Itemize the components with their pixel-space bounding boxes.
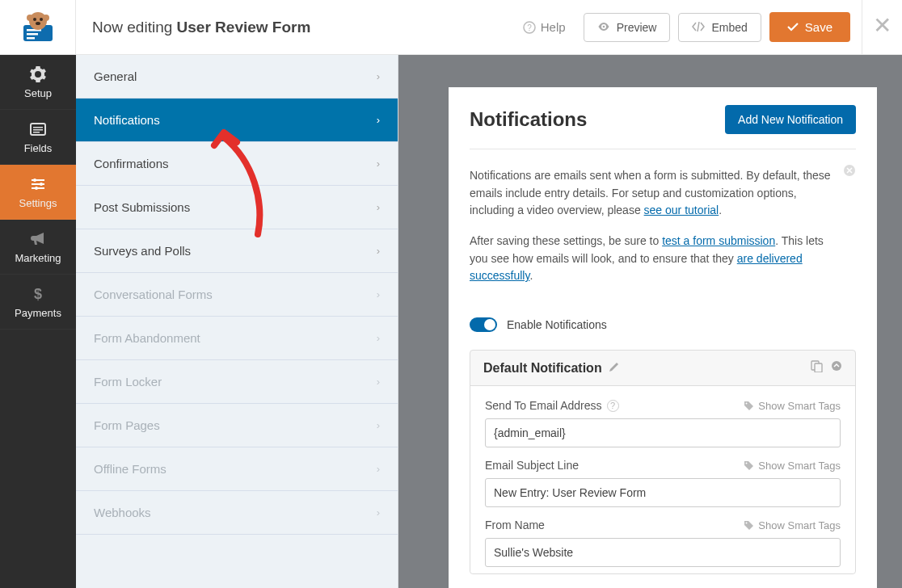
submenu-conversational-forms[interactable]: Conversational Forms › bbox=[76, 273, 398, 317]
enable-notifications-toggle[interactable] bbox=[470, 317, 497, 332]
submenu-label: Surveys and Polls bbox=[94, 244, 191, 258]
test-submission-link[interactable]: test a form submission bbox=[662, 234, 775, 247]
label-text: Email Subject Line bbox=[485, 459, 579, 472]
submenu-offline-forms[interactable]: Offline Forms › bbox=[76, 447, 398, 491]
close-button[interactable]: ✕ bbox=[862, 0, 902, 55]
submenu-form-pages[interactable]: Form Pages › bbox=[76, 404, 398, 447]
submenu-label: Form Abandonment bbox=[94, 331, 200, 345]
svg-point-5 bbox=[33, 18, 36, 21]
chevron-right-icon: › bbox=[377, 419, 380, 431]
card-header: Default Notification bbox=[470, 351, 855, 386]
dismiss-button[interactable] bbox=[843, 164, 856, 183]
preview-button[interactable]: Preview bbox=[584, 13, 671, 42]
card-title-text: Default Notification bbox=[483, 361, 602, 376]
add-notification-button[interactable]: Add New Notification bbox=[725, 105, 856, 134]
tutorial-link[interactable]: see our tutorial bbox=[644, 204, 719, 216]
submenu-webhooks[interactable]: Webhooks › bbox=[76, 491, 398, 535]
submenu-label: Webhooks bbox=[94, 506, 151, 519]
notification-card: Default Notification bbox=[470, 350, 856, 574]
label-text: From Name bbox=[485, 519, 545, 531]
tag-icon bbox=[744, 520, 754, 531]
smart-tags-label: Show Smart Tags bbox=[758, 460, 841, 472]
smart-tags-button[interactable]: Show Smart Tags bbox=[744, 519, 841, 531]
close-icon: ✕ bbox=[873, 13, 891, 38]
submenu-confirmations[interactable]: Confirmations › bbox=[76, 142, 398, 186]
send-to-input[interactable] bbox=[485, 418, 841, 447]
svg-point-24 bbox=[832, 361, 841, 371]
duplicate-button[interactable] bbox=[811, 360, 823, 376]
card-body: Send To Email Address ? Show Smart Tags bbox=[470, 386, 855, 573]
chevron-right-icon: › bbox=[377, 332, 380, 344]
sidebar-item-setup[interactable]: Setup bbox=[0, 55, 76, 110]
sidebar-label: Settings bbox=[3, 197, 73, 209]
svg-rect-3 bbox=[27, 37, 35, 40]
embed-button[interactable]: Embed bbox=[678, 13, 761, 42]
embed-label: Embed bbox=[711, 21, 747, 34]
submenu-label: General bbox=[94, 69, 137, 83]
submenu-form-abandonment[interactable]: Form Abandonment › bbox=[76, 317, 398, 360]
settings-submenu: General › Notifications › Confirmations … bbox=[76, 55, 398, 588]
sliders-icon bbox=[30, 176, 46, 192]
smart-tags-button[interactable]: Show Smart Tags bbox=[744, 400, 841, 412]
tag-icon bbox=[744, 401, 754, 411]
submenu-notifications[interactable]: Notifications › bbox=[76, 99, 398, 142]
field-send-to: Send To Email Address ? Show Smart Tags bbox=[485, 391, 841, 451]
save-label: Save bbox=[805, 20, 832, 34]
close-icon bbox=[843, 164, 856, 177]
pencil-icon bbox=[609, 362, 619, 372]
chevron-right-icon: › bbox=[377, 506, 380, 519]
label-text: Send To Email Address bbox=[485, 399, 602, 412]
submenu-general[interactable]: General › bbox=[76, 55, 398, 99]
card-title: Default Notification bbox=[483, 361, 619, 376]
main-canvas: Notifications Add New Notification Notif… bbox=[398, 55, 902, 588]
submenu-label: Post Submissions bbox=[94, 200, 190, 214]
toggle-label: Enable Notifications bbox=[507, 318, 607, 331]
sidebar-item-marketing[interactable]: Marketing bbox=[0, 220, 76, 275]
sidebar-item-payments[interactable]: $ Payments bbox=[0, 275, 76, 330]
svg-point-19 bbox=[35, 187, 38, 190]
submenu-post-submissions[interactable]: Post Submissions › bbox=[76, 186, 398, 229]
svg-rect-15 bbox=[33, 129, 43, 131]
panel-title: Notifications bbox=[470, 108, 587, 131]
panel-header: Notifications Add New Notification bbox=[470, 105, 856, 149]
dollar-icon: $ bbox=[30, 286, 46, 302]
sidebar-item-fields[interactable]: Fields bbox=[0, 110, 76, 165]
submenu-label: Confirmations bbox=[94, 157, 169, 170]
submenu-label: Form Locker bbox=[94, 375, 162, 388]
left-sidebar: Setup Fields Settings Marketing $ Paymen… bbox=[0, 55, 76, 588]
svg-point-6 bbox=[40, 18, 43, 21]
help-link[interactable]: ? Help bbox=[513, 14, 575, 40]
edit-title-button[interactable] bbox=[609, 362, 619, 375]
field-subject: Email Subject Line Show Smart Tags bbox=[485, 451, 841, 510]
description-block: Notifications are emails sent when a for… bbox=[470, 149, 856, 316]
svg-text:?: ? bbox=[527, 23, 532, 32]
copy-icon bbox=[811, 360, 823, 372]
svg-rect-23 bbox=[815, 363, 822, 372]
chevron-right-icon: › bbox=[377, 201, 380, 213]
svg-point-12 bbox=[602, 25, 605, 27]
submenu-label: Form Pages bbox=[94, 418, 160, 432]
smart-tags-label: Show Smart Tags bbox=[758, 519, 841, 531]
field-from-name: From Name Show Smart Tags bbox=[485, 510, 841, 570]
chevron-right-icon: › bbox=[377, 114, 380, 126]
chevron-up-icon bbox=[831, 360, 842, 372]
chevron-right-icon: › bbox=[377, 245, 380, 257]
svg-point-8 bbox=[27, 15, 33, 21]
code-icon bbox=[692, 21, 705, 34]
chevron-right-icon: › bbox=[377, 463, 380, 475]
sidebar-item-settings[interactable]: Settings bbox=[0, 165, 76, 220]
svg-point-17 bbox=[33, 178, 36, 182]
form-name[interactable]: User Review Form bbox=[177, 19, 311, 36]
from-name-input[interactable] bbox=[485, 538, 841, 567]
save-button[interactable]: Save bbox=[769, 12, 850, 42]
help-icon[interactable]: ? bbox=[607, 400, 619, 412]
collapse-button[interactable] bbox=[831, 360, 842, 376]
smart-tags-button[interactable]: Show Smart Tags bbox=[744, 460, 841, 472]
submenu-surveys-polls[interactable]: Surveys and Polls › bbox=[76, 229, 398, 273]
subject-input[interactable] bbox=[485, 478, 841, 507]
chevron-right-icon: › bbox=[377, 288, 380, 300]
submenu-form-locker[interactable]: Form Locker › bbox=[76, 360, 398, 404]
help-label: Help bbox=[541, 20, 566, 34]
enable-toggle-row: Enable Notifications bbox=[470, 316, 856, 350]
gear-icon bbox=[30, 66, 46, 82]
